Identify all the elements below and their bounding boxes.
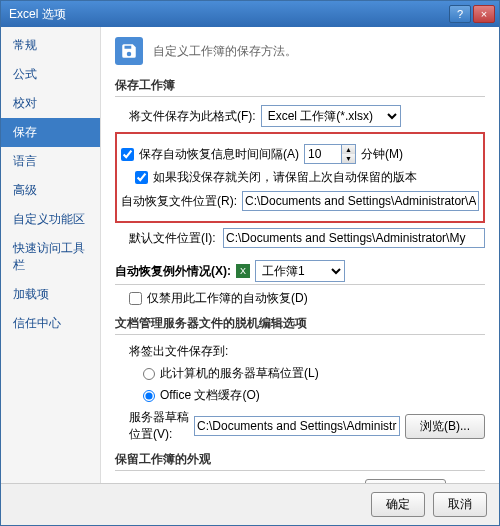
checkout-save-label: 将签出文件保存到: [129, 343, 228, 360]
autosave-interval-label: 保存自动恢复信息时间间隔(A) [139, 146, 299, 163]
default-location-input[interactable] [223, 228, 485, 248]
sidebar-item-advanced[interactable]: 高级 [1, 176, 100, 205]
sidebar-item-save[interactable]: 保存 [1, 118, 100, 147]
sidebar-item-customize-ribbon[interactable]: 自定义功能区 [1, 205, 100, 234]
page-subtitle: 自定义工作簿的保存方法。 [153, 43, 297, 60]
dialog-footer: 确定 取消 [1, 483, 499, 525]
sidebar-item-addins[interactable]: 加载项 [1, 280, 100, 309]
titlebar: Excel 选项 ? × [1, 1, 499, 27]
help-button[interactable]: ? [449, 5, 471, 23]
sidebar-item-language[interactable]: 语言 [1, 147, 100, 176]
spinner-up-icon[interactable]: ▲ [342, 145, 355, 154]
draft-location-label: 服务器草稿位置(V): [129, 409, 189, 443]
sidebar-item-formulas[interactable]: 公式 [1, 60, 100, 89]
save-format-label: 将文件保存为此格式(F): [129, 108, 256, 125]
save-disk-icon [115, 37, 143, 65]
ok-button[interactable]: 确定 [371, 492, 425, 517]
keep-last-autosave-checkbox[interactable] [135, 171, 148, 184]
autosave-interval-spinner[interactable]: ▲ ▼ [304, 144, 356, 164]
cancel-button[interactable]: 取消 [433, 492, 487, 517]
server-drafts-radio-label: 此计算机的服务器草稿位置(L) [160, 365, 319, 382]
default-location-label: 默认文件位置(I): [129, 230, 218, 247]
server-drafts-radio[interactable] [143, 368, 155, 380]
section-appearance: 保留工作簿的外观 [115, 451, 485, 471]
spinner-down-icon[interactable]: ▼ [342, 154, 355, 163]
browse-button[interactable]: 浏览(B)... [405, 414, 485, 439]
highlighted-autosave-region: 保存自动恢复信息时间间隔(A) ▲ ▼ 分钟(M) 如果我没保存就关闭，请保留上… [115, 132, 485, 223]
save-format-select[interactable]: Excel 工作簿(*.xlsx) [261, 105, 401, 127]
sidebar: 常规 公式 校对 保存 语言 高级 自定义功能区 快速访问工具栏 加载项 信任中… [1, 27, 101, 483]
close-button[interactable]: × [473, 5, 495, 23]
disable-autorecover-checkbox[interactable] [129, 292, 142, 305]
autosave-unit-label: 分钟(M) [361, 146, 403, 163]
autosave-interval-input[interactable] [305, 145, 341, 163]
office-cache-radio-label: Office 文档缓存(O) [160, 387, 260, 404]
sidebar-item-trust-center[interactable]: 信任中心 [1, 309, 100, 338]
main-panel: 自定义工作簿的保存方法。 保存工作簿 将文件保存为此格式(F): Excel 工… [101, 27, 499, 483]
sidebar-item-quick-access[interactable]: 快速访问工具栏 [1, 234, 100, 280]
section-save-workbook: 保存工作簿 [115, 77, 485, 97]
section-doc-mgmt: 文档管理服务器文件的脱机编辑选项 [115, 315, 485, 335]
keep-last-autosave-label: 如果我没保存就关闭，请保留上次自动保留的版本 [153, 169, 417, 186]
autosave-interval-checkbox[interactable] [121, 148, 134, 161]
autorecover-workbook-select[interactable]: 工作簿1 [255, 260, 345, 282]
draft-location-input[interactable] [194, 416, 400, 436]
section-autorecover-exceptions: 自动恢复例外情况(X): [115, 263, 231, 280]
sidebar-item-proofing[interactable]: 校对 [1, 89, 100, 118]
window-title: Excel 选项 [5, 6, 449, 23]
excel-mini-icon: X [236, 264, 250, 278]
autorecover-location-input[interactable] [242, 191, 479, 211]
disable-autorecover-label: 仅禁用此工作簿的自动恢复(D) [147, 290, 308, 307]
autorecover-location-label: 自动恢复文件位置(R): [121, 193, 237, 210]
sidebar-item-general[interactable]: 常规 [1, 31, 100, 60]
office-cache-radio[interactable] [143, 390, 155, 402]
